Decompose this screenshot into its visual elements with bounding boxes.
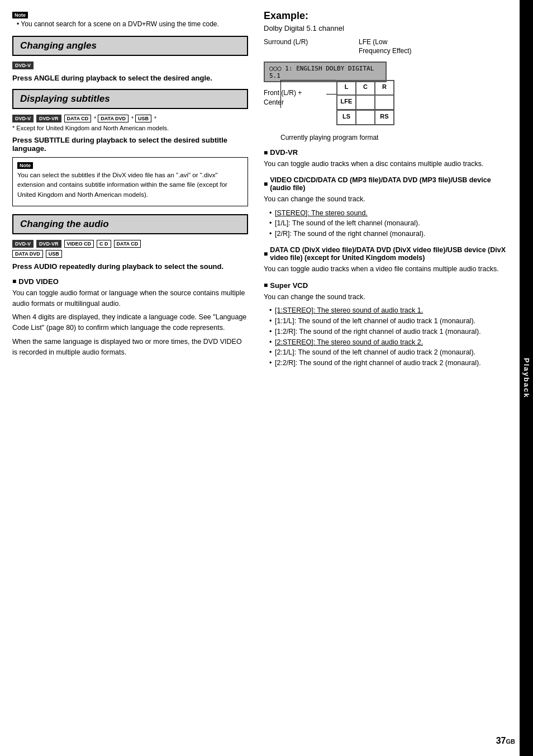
grid-empty xyxy=(356,95,375,110)
audio-badge-row2: DATA DVD USB xyxy=(12,250,248,258)
top-note: Note • You cannot search for a scene on … xyxy=(12,10,248,28)
grid-LS: LS xyxy=(337,110,356,125)
badge-dvd-vr-audio: DVD-VR xyxy=(36,240,61,248)
super-vcd-bullet-6: [2:2/R]: The sound of the right channel … xyxy=(269,358,510,368)
video-cd-bullet-1: [STEREO]: The stereo sound. xyxy=(269,208,510,219)
badge-data-cd-audio: DATA CD xyxy=(114,240,141,248)
grid-empty3 xyxy=(356,110,375,125)
grid-C: C xyxy=(356,81,375,95)
badge-data-cd-sub: DATA CD xyxy=(64,115,92,122)
front-label: Front (L/R) +Center xyxy=(264,88,302,107)
subtitles-description: Press SUBTITLE during playback to select… xyxy=(12,136,248,153)
super-vcd-bullet-4: [2:STEREO]: The stereo sound of audio tr… xyxy=(269,337,510,348)
video-cd-bullet-2: [1/L]: The sound of the left channel (mo… xyxy=(269,218,510,229)
subtitle-asterisk-note: * Except for United Kingdom and North Am… xyxy=(12,125,248,131)
angles-badge-row: DVD-V xyxy=(12,62,248,69)
angles-description: Press ANGLE during playback to select th… xyxy=(12,74,248,82)
audio-grid2: LS RS xyxy=(336,110,394,125)
dvd-vr-title: DVD-VR xyxy=(264,148,510,157)
line1 xyxy=(326,94,336,94)
diagram-caption: Currently playing program format xyxy=(280,134,378,141)
super-vcd-bullets: [1:STEREO]: The stereo sound of audio tr… xyxy=(264,305,510,368)
display-bar: ○○○ 1: ENGLISH DOLBY DIGITAL 5.1 xyxy=(264,62,454,82)
grid-R: R xyxy=(375,81,394,95)
line2 xyxy=(280,80,281,108)
video-cd-title: VIDEO CD/CD/DATA CD (MP3 file)/DATA DVD … xyxy=(264,176,510,192)
badge-usb-sub: USB xyxy=(135,115,151,122)
badge-dvd-v-audio: DVD-V xyxy=(12,240,34,248)
audio-diagram: Surround (L/R) LFE (LowFrequency Effect)… xyxy=(264,38,454,141)
grid-empty2 xyxy=(375,95,394,110)
line3 xyxy=(280,80,336,81)
subtitles-note-text: You can select the subtitles if the DivX… xyxy=(17,171,243,200)
lfe-label: LFE (LowFrequency Effect) xyxy=(359,38,412,55)
right-column: Example: Dolby Digital 5.1 channel Surro… xyxy=(258,10,510,746)
dvd-video-subtitle: DVD VIDEO xyxy=(12,277,248,286)
dvd-vr-text: You can toggle audio tracks when a disc … xyxy=(264,159,510,169)
audio-description: Press AUDIO repeatedly during playback t… xyxy=(12,262,248,271)
badge-usb-audio: USB xyxy=(46,250,62,258)
super-vcd-bullet-1: [1:STEREO]: The stereo sound of audio tr… xyxy=(269,305,510,316)
note-label: Note xyxy=(12,12,28,18)
dvd-video-text2: When 4 digits are displayed, they indica… xyxy=(12,312,248,333)
example-title: Example: xyxy=(264,10,510,22)
subtitles-note-label: Note xyxy=(17,162,33,169)
page-container: Note • You cannot search for a scene on … xyxy=(0,0,533,756)
dvd-video-text3: When the same language is displayed two … xyxy=(12,337,248,358)
super-vcd-bullet-3: [1:2/R]: The sound of the right channel … xyxy=(269,327,510,337)
badge-video-cd-audio: VIDEO CD xyxy=(64,240,94,248)
playback-side-tab: Playback xyxy=(520,0,533,756)
badge-dvd-vr-sub: DVD-VR xyxy=(36,115,61,122)
display-text: ○○○ 1: ENGLISH DOLBY DIGITAL 5.1 xyxy=(264,62,387,82)
changing-audio-header: Changing the audio xyxy=(12,214,248,234)
badge-data-dvd-audio: DATA DVD xyxy=(12,250,43,258)
note-bullet: • You cannot search for a scene on a DVD… xyxy=(12,20,248,28)
audio-grid: L C R LFE xyxy=(336,80,394,110)
left-column: Note • You cannot search for a scene on … xyxy=(12,10,258,746)
grid-LFE: LFE xyxy=(337,95,356,110)
badge-cd-audio: C D xyxy=(97,240,111,248)
super-vcd-title: Super VCD xyxy=(264,281,510,290)
super-vcd-bullet-5: [2:1/L]: The sound of the left channel o… xyxy=(269,347,510,358)
surround-label: Surround (L/R) xyxy=(264,38,308,47)
page-number: 37GB xyxy=(496,736,515,746)
video-cd-bullets: [STEREO]: The stereo sound. [1/L]: The s… xyxy=(264,208,510,239)
data-cd-title: DATA CD (DivX video file)/DATA DVD (DivX… xyxy=(264,246,510,262)
changing-angles-header: Changing angles xyxy=(12,36,248,56)
video-cd-bullet-3: [2/R]: The sound of the right channel (m… xyxy=(269,229,510,239)
data-cd-text: You can toggle audio tracks when a video… xyxy=(264,264,510,275)
dvd-video-text1: You can toggle audio format or language … xyxy=(12,288,248,309)
subtitles-note-box: Note You can select the subtitles if the… xyxy=(12,157,248,206)
dvd-v-badge-angles: DVD-V xyxy=(12,62,34,69)
super-vcd-text: You can change the sound track. xyxy=(264,292,510,303)
displaying-subtitles-header: Displaying subtitles xyxy=(12,89,248,109)
super-vcd-bullet-2: [1:1/L]: The sound of the left channel o… xyxy=(269,316,510,327)
badge-data-dvd-sub: DATA DVD xyxy=(98,115,129,122)
audio-badge-row1: DVD-V DVD-VR VIDEO CD C D DATA CD xyxy=(12,240,248,248)
main-content: Note • You cannot search for a scene on … xyxy=(0,0,520,756)
badge-dvd-v-sub: DVD-V xyxy=(12,115,34,122)
grid-RS: RS xyxy=(375,110,394,125)
subtitles-badge-row: DVD-V DVD-VR DATA CD* DATA DVD* USB* xyxy=(12,115,248,122)
grid-L: L xyxy=(337,81,356,95)
example-subtitle: Dolby Digital 5.1 channel xyxy=(264,24,510,32)
video-cd-text: You can change the sound track. xyxy=(264,194,510,205)
